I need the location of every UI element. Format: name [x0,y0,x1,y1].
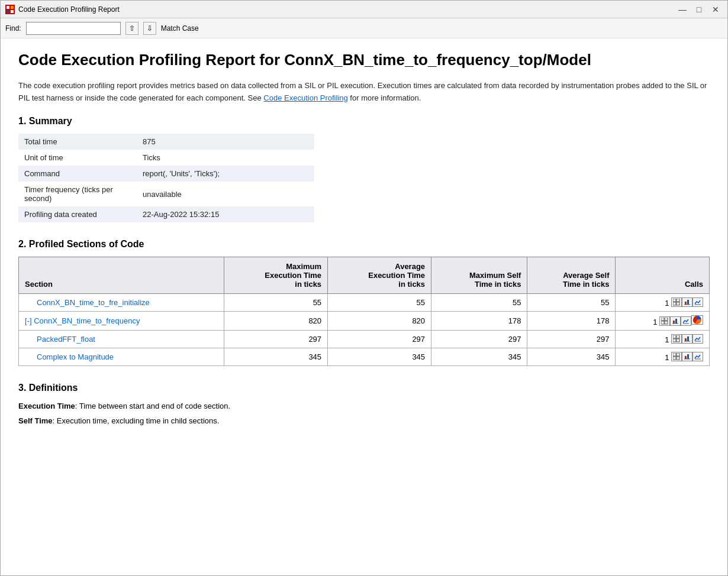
svg-marker-9 [685,302,687,305]
svg-rect-4 [11,10,14,13]
calls-count: 1 [653,318,659,326]
avg-exec-cell: 297 [328,331,431,348]
calls-count: 1 [665,299,671,308]
window-controls: — □ ✕ [675,4,723,15]
app-icon [5,5,15,14]
svg-rect-24 [677,339,679,342]
svg-marker-17 [673,321,675,323]
col-section: Section [19,257,224,294]
section-link[interactable]: [-] ConnX_BN_time_to_frequency [25,316,140,325]
svg-rect-21 [673,335,676,338]
section-link[interactable]: PackedFFT_float [37,335,95,344]
find-toolbar: Find: ⇧ ⇩ Match Case [1,18,727,38]
line-chart-icon-button[interactable] [692,352,703,361]
section-link[interactable]: Complex to Magnitude [37,352,114,361]
avg-self-cell: 55 [527,294,616,312]
max-exec-cell: 820 [224,312,328,331]
main-window: Code Execution Profiling Report — □ ✕ Fi… [0,0,728,576]
table-icon-button[interactable] [659,316,670,326]
max-self-cell: 178 [431,312,527,331]
max-exec-cell: 55 [224,294,328,312]
title-bar-left: Code Execution Profiling Report [5,5,120,14]
code-execution-link[interactable]: Code Execution Profiling [263,93,347,102]
title-bar: Code Execution Profiling Report — □ ✕ [1,1,727,18]
svg-rect-32 [677,357,679,360]
match-case-label: Match Case [161,24,199,33]
close-button[interactable]: ✕ [708,4,723,15]
table-row: Complex to Magnitude3453453453451 [19,348,710,366]
table-icon-button[interactable] [671,334,682,344]
summary-value: 875 [137,134,314,150]
maximize-button[interactable]: □ [692,4,706,15]
bar-chart-icon-button[interactable] [682,352,692,361]
summary-row: Total time875 [18,134,314,150]
bar-chart-icon-button[interactable] [682,297,692,307]
svg-rect-6 [677,299,679,302]
avg-exec-cell: 820 [328,312,431,331]
find-down-button[interactable]: ⇩ [143,22,156,35]
avg-self-cell: 178 [527,312,616,331]
svg-rect-29 [673,353,676,356]
section-link[interactable]: ConnX_BN_time_to_fre_initialize [37,298,150,307]
definition-text: : Time between start and end of code sec… [75,402,230,410]
line-chart-icon-button[interactable] [692,334,703,344]
svg-rect-7 [673,302,676,305]
svg-marker-10 [687,300,689,305]
svg-rect-16 [665,321,668,324]
pie-chart-icon-button[interactable] [691,315,703,325]
calls-cell: 1 [616,312,710,331]
calls-cell: 1 [616,348,710,366]
svg-rect-30 [677,353,679,356]
svg-rect-2 [11,6,14,9]
max-exec-cell: 345 [224,348,328,366]
line-chart-icon-button[interactable] [681,316,691,326]
svg-rect-3 [7,10,9,13]
summary-label: Timer frequency (ticks per second) [18,182,137,206]
summary-section-title: 1. Summary [18,116,710,127]
svg-marker-18 [675,319,677,323]
section-name-cell: [-] ConnX_BN_time_to_frequency [19,312,224,331]
summary-value: 22-Aug-2022 15:32:15 [137,206,314,222]
max-self-cell: 297 [431,331,527,348]
bar-chart-icon-button[interactable] [670,316,681,326]
svg-rect-1 [7,6,9,9]
svg-marker-26 [687,336,689,341]
svg-rect-5 [673,299,676,302]
description-end: for more information. [350,93,421,102]
definition-term: Self Time [18,416,53,425]
avg-self-cell: 297 [527,331,616,348]
svg-rect-23 [673,339,676,342]
col-max-exec: MaximumExecution Timein ticks [224,257,328,294]
definitions-container: Execution Time: Time between start and e… [18,400,710,428]
table-header-row: Section MaximumExecution Timein ticks Av… [19,257,710,294]
bar-chart-icon-button[interactable] [682,334,692,344]
report-title: Code Execution Profiling Report for Conn… [18,50,710,70]
table-row: ConnX_BN_time_to_fre_initialize555555551 [19,294,710,312]
table-icon-button[interactable] [671,352,682,361]
svg-marker-33 [685,356,687,359]
col-max-self: Maximum SelfTime in ticks [431,257,527,294]
find-up-button[interactable]: ⇧ [125,22,138,35]
definitions-section-title: 3. Definitions [18,383,710,393]
line-chart-icon-button[interactable] [692,297,703,307]
summary-row: Commandreport(, 'Units', 'Ticks'); [18,166,314,182]
table-row: PackedFFT_float2972972972971 [19,331,710,348]
svg-rect-22 [677,335,679,338]
svg-rect-14 [665,318,668,321]
calls-count: 1 [665,353,671,362]
table-icon-button[interactable] [671,297,682,307]
table-row: [-] ConnX_BN_time_to_frequency8208201781… [19,312,710,331]
col-calls: Calls [616,257,710,294]
report-content: Code Execution Profiling Report for Conn… [1,38,727,575]
summary-value: Ticks [137,150,314,166]
section-name-cell: Complex to Magnitude [19,348,224,366]
svg-rect-13 [661,318,664,321]
minimize-button[interactable]: — [675,4,690,15]
summary-label: Unit of time [18,150,137,166]
summary-label: Command [18,166,137,182]
avg-self-cell: 345 [527,348,616,366]
max-self-cell: 55 [431,294,527,312]
find-input[interactable] [26,22,121,35]
definition-item: Execution Time: Time between start and e… [18,400,710,413]
report-description: The code execution profiling report prov… [18,80,710,105]
